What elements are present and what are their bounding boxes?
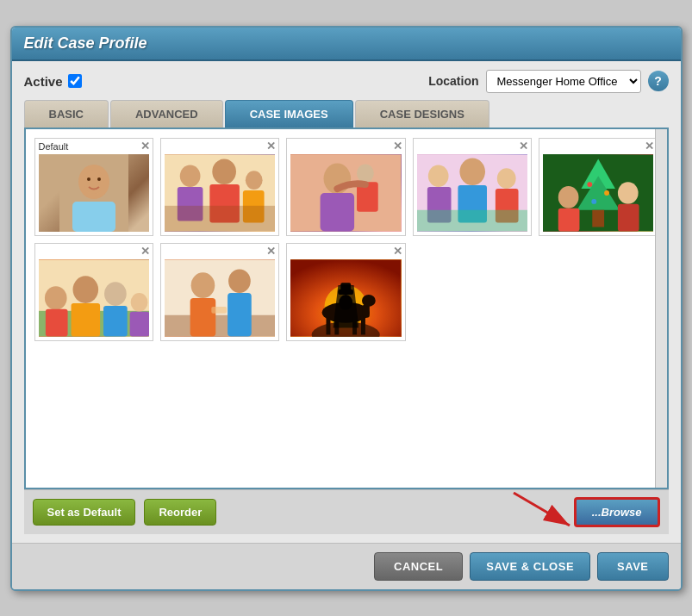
svg-rect-53 (228, 293, 252, 336)
close-icon-8[interactable]: ✕ (393, 246, 402, 257)
svg-point-11 (246, 171, 263, 190)
help-icon: ? (654, 74, 662, 88)
image-cell-5[interactable]: ✕ (539, 138, 658, 236)
svg-rect-55 (290, 259, 401, 336)
reorder-label: Reorder (159, 506, 202, 519)
save-label: SAVE (617, 560, 648, 573)
browse-label: ...Browse (592, 506, 642, 519)
svg-point-30 (587, 182, 592, 187)
images-grid-row1: Default ✕ (34, 138, 658, 236)
svg-rect-47 (129, 311, 149, 336)
edit-case-profile-dialog: Edit Case Profile Active Location Messen… (10, 26, 683, 591)
svg-rect-43 (71, 302, 100, 336)
svg-point-64 (362, 295, 376, 307)
location-section: Location Messenger Home Office ? (428, 70, 668, 93)
dialog-title: Edit Case Profile (12, 28, 681, 61)
location-label: Location (428, 74, 478, 88)
svg-rect-62 (361, 315, 365, 334)
image-cell-8[interactable]: ✕ (286, 243, 405, 341)
set-default-button[interactable]: Set as Default (33, 499, 136, 526)
photo-6 (39, 259, 149, 337)
tab-advanced[interactable]: ADVANCED (110, 100, 223, 128)
svg-rect-67 (341, 283, 352, 291)
image-cell-2[interactable]: ✕ (160, 138, 279, 236)
scrollbar[interactable] (655, 129, 667, 488)
action-bar: CANCEL SAVE & CLOSE SAVE (12, 543, 681, 589)
tabs-container: BASIC ADVANCED CASE IMAGES CASE DESIGNS (24, 100, 669, 128)
svg-point-17 (357, 164, 374, 183)
svg-rect-16 (321, 193, 355, 231)
tab-case-designs[interactable]: CASE DESIGNS (355, 100, 489, 128)
close-icon-4[interactable]: ✕ (519, 140, 528, 152)
svg-point-34 (558, 186, 579, 208)
reorder-button[interactable]: Reorder (144, 499, 216, 526)
photo-7 (165, 259, 275, 337)
image-label-1: Default (39, 141, 69, 152)
image-cell-3[interactable]: ✕ (286, 138, 405, 236)
image-cell-1[interactable]: Default ✕ (34, 138, 153, 236)
photo-1 (39, 154, 149, 232)
content-wrapper: Default ✕ (24, 128, 669, 489)
save-button[interactable]: SAVE (597, 552, 668, 581)
save-close-button[interactable]: SAVE & CLOSE (470, 552, 590, 581)
tab-basic[interactable]: BASIC (24, 100, 109, 128)
svg-rect-66 (339, 289, 354, 295)
location-select[interactable]: Messenger Home Office (486, 70, 641, 93)
photo-2 (165, 154, 275, 232)
close-icon-1[interactable]: ✕ (140, 140, 150, 152)
svg-rect-59 (327, 317, 331, 334)
close-icon-2[interactable]: ✕ (266, 140, 276, 152)
tab-case-images-label: CASE IMAGES (250, 108, 328, 121)
image-cell-6[interactable]: ✕ (34, 243, 153, 341)
svg-rect-51 (190, 298, 216, 336)
svg-rect-41 (45, 308, 67, 336)
photo-8 (290, 259, 401, 337)
svg-point-24 (497, 168, 516, 189)
close-icon-6[interactable]: ✕ (140, 246, 150, 257)
content-area: Default ✕ (24, 128, 669, 489)
svg-point-50 (191, 272, 215, 298)
close-icon-7[interactable]: ✕ (266, 246, 276, 257)
set-default-label: Set as Default (47, 506, 122, 519)
svg-rect-26 (417, 209, 527, 231)
svg-point-7 (180, 165, 201, 187)
close-icon-3[interactable]: ✕ (393, 140, 402, 152)
photo-4 (417, 154, 527, 232)
cancel-label: CANCEL (394, 560, 443, 573)
svg-rect-54 (211, 306, 227, 313)
top-bar: Active Location Messenger Home Office ? (24, 70, 669, 93)
image-cell-4[interactable]: ✕ (413, 138, 532, 236)
svg-rect-60 (335, 319, 340, 334)
svg-rect-2 (72, 202, 115, 232)
tab-case-designs-label: CASE DESIGNS (380, 108, 464, 121)
svg-point-4 (87, 177, 90, 181)
svg-rect-13 (165, 205, 275, 231)
save-close-label: SAVE & CLOSE (486, 560, 574, 573)
svg-rect-37 (618, 203, 639, 231)
close-icon-5[interactable]: ✕ (645, 140, 654, 152)
images-grid-row2: ✕ (34, 243, 658, 341)
svg-point-44 (104, 282, 127, 306)
dialog-body: Active Location Messenger Home Office ? … (12, 61, 681, 543)
svg-point-5 (97, 177, 101, 181)
svg-rect-45 (103, 305, 128, 336)
photo-5 (543, 154, 653, 232)
svg-point-42 (72, 276, 98, 303)
svg-point-65 (340, 295, 353, 310)
active-label: Active (24, 74, 63, 89)
dialog-title-text: Edit Case Profile (24, 34, 147, 52)
svg-rect-33 (592, 209, 604, 227)
cancel-button[interactable]: CANCEL (374, 552, 463, 581)
tab-case-images[interactable]: CASE IMAGES (225, 100, 353, 128)
svg-point-9 (212, 159, 236, 184)
active-checkbox[interactable] (68, 74, 82, 88)
svg-point-32 (591, 198, 596, 203)
svg-point-40 (44, 286, 66, 310)
bottom-bar: Set as Default Reorder ...Browse (24, 489, 669, 534)
help-button[interactable]: ? (648, 71, 669, 91)
active-section: Active (24, 74, 82, 89)
image-cell-7[interactable]: ✕ (160, 243, 279, 341)
svg-point-20 (428, 165, 449, 187)
svg-rect-35 (558, 208, 580, 231)
tab-basic-label: BASIC (49, 108, 84, 121)
